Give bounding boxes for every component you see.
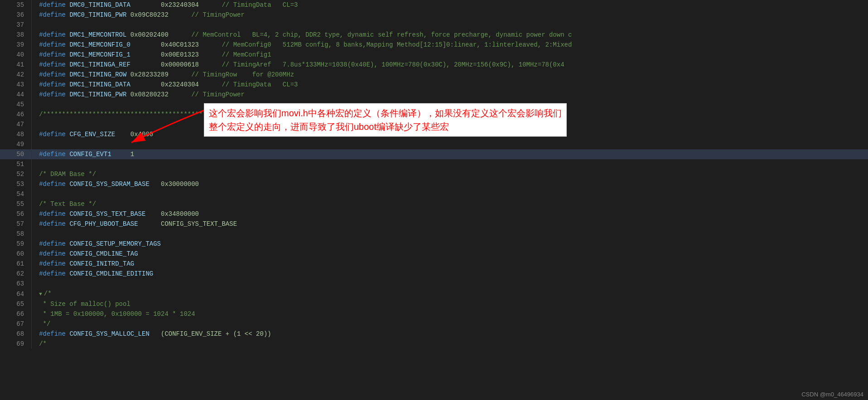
line-content: #define DMC1_TIMING_DATA 0x23240304 // T… (32, 80, 868, 90)
line-content (32, 159, 868, 169)
line-content: #define CONFIG_SYS_MALLOC_LEN (CONFIG_EN… (32, 329, 868, 339)
line-content: #define DMC1_MEMCONTROL 0x00202400 // Me… (32, 30, 868, 40)
line-content (32, 119, 868, 129)
line-number: 61 (0, 259, 32, 269)
line-content: /* (32, 339, 868, 349)
line-number: 65 (0, 299, 32, 309)
line-content (32, 189, 868, 199)
line-content: #define CONFIG_INITRD_TAG (32, 259, 868, 269)
line-number: 42 (0, 70, 32, 80)
code-table: 35#define DMC0_TIMING_DATA 0x23240304 //… (0, 0, 868, 349)
line-number: 44 (0, 90, 32, 100)
line-number: 53 (0, 179, 32, 189)
line-number: 67 (0, 319, 32, 329)
line-number: 50 (0, 149, 32, 159)
line-number: 57 (0, 219, 32, 229)
line-content: /***************************************… (32, 110, 868, 119)
line-content: #define DMC1_TIMINGA_REF 0x00000618 // T… (32, 60, 868, 70)
line-number: 51 (0, 159, 32, 169)
line-number: 62 (0, 269, 32, 279)
line-content: #define DMC1_MEMCONFIG_1 0x00E01323 // M… (32, 50, 868, 60)
line-number: 43 (0, 80, 32, 90)
fold-icon[interactable]: ▼ (39, 291, 42, 297)
line-content: #define CONFIG_SYS_TEXT_BASE 0x34800000 (32, 209, 868, 219)
line-number: 40 (0, 50, 32, 60)
line-content: #define CONFIG_CMDLINE_EDITING (32, 269, 868, 279)
line-content: * Size of malloc() pool (32, 299, 868, 309)
line-content: #define CONFIG_SETUP_MEMORY_TAGS (32, 239, 868, 249)
line-number: 36 (0, 10, 32, 20)
line-number: 64 (0, 289, 32, 299)
line-content: #define CONFIG_CMDLINE_TAG (32, 249, 868, 259)
line-number: 47 (0, 119, 32, 129)
code-container: 35#define DMC0_TIMING_DATA 0x23240304 //… (0, 0, 868, 400)
line-number: 60 (0, 249, 32, 259)
line-content: /* Text Base */ (32, 199, 868, 209)
line-content: #define CONFIG_EVT1 1 (32, 149, 868, 159)
line-number: 69 (0, 339, 32, 349)
line-content (32, 139, 868, 149)
line-content (32, 279, 868, 289)
watermark: CSDN @m0_46496934 (801, 391, 863, 398)
line-content (32, 20, 868, 30)
line-number: 49 (0, 139, 32, 149)
line-number: 48 (0, 129, 32, 139)
line-number: 54 (0, 189, 32, 199)
line-content: #define DMC1_MEMCONFIG_0 0x40C01323 // M… (32, 40, 868, 50)
line-content: #define CFG_PHY_UBOOT_BASE CONFIG_SYS_TE… (32, 219, 868, 229)
line-number: 39 (0, 40, 32, 50)
line-number: 35 (0, 0, 32, 10)
line-content: #define DMC0_TIMING_PWR 0x09C80232 // Ti… (32, 10, 868, 20)
line-number: 37 (0, 20, 32, 30)
line-content: */ (32, 319, 868, 329)
line-content: #define CFG_ENV_SIZE 0x4000 (32, 129, 868, 139)
line-content: #define DMC1_TIMING_ROW 0x28233289 // Ti… (32, 70, 868, 80)
line-number: 68 (0, 329, 32, 339)
line-number: 59 (0, 239, 32, 249)
line-content: #define DMC0_TIMING_DATA 0x23240304 // T… (32, 0, 868, 10)
line-number: 41 (0, 60, 32, 70)
line-number: 56 (0, 209, 32, 219)
line-content (32, 229, 868, 239)
line-content: /* DRAM Base */ (32, 169, 868, 179)
line-number: 52 (0, 169, 32, 179)
line-content: #define CONFIG_SYS_SDRAM_BASE 0x30000000 (32, 179, 868, 189)
line-content (32, 100, 868, 110)
line-content: ▼/* (32, 289, 868, 299)
line-number: 66 (0, 309, 32, 319)
line-content: #define DMC1_TIMING_PWR 0x08280232 // Ti… (32, 90, 868, 100)
line-content: * 1MB = 0x100000, 0x100000 = 1024 * 1024 (32, 309, 868, 319)
line-number: 58 (0, 229, 32, 239)
line-number: 38 (0, 30, 32, 40)
line-number: 45 (0, 100, 32, 110)
line-number: 63 (0, 279, 32, 289)
line-number: 55 (0, 199, 32, 209)
line-number: 46 (0, 110, 32, 119)
